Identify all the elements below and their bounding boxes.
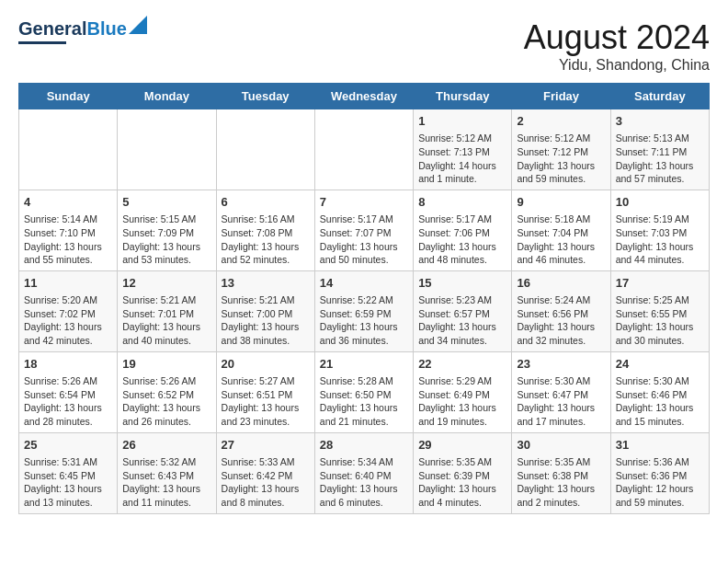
- day-info-line: and 50 minutes.: [320, 253, 408, 267]
- day-number: 28: [320, 437, 408, 454]
- day-info-line: Sunset: 7:12 PM: [517, 145, 605, 159]
- day-info-line: and 59 minutes.: [616, 496, 704, 510]
- day-info-line: Daylight: 13 hours: [24, 401, 112, 415]
- day-info-line: Daylight: 13 hours: [122, 401, 210, 415]
- day-cell-4: 4Sunrise: 5:14 AMSunset: 7:10 PMDaylight…: [19, 190, 118, 270]
- day-info-line: Daylight: 13 hours: [222, 320, 310, 334]
- day-info-line: Sunset: 6:40 PM: [320, 469, 408, 483]
- day-info-line: Daylight: 13 hours: [517, 240, 605, 254]
- day-cell-28: 28Sunrise: 5:34 AMSunset: 6:40 PMDayligh…: [314, 432, 413, 513]
- day-info-line: and 8 minutes.: [222, 496, 310, 510]
- day-info-line: Sunset: 7:09 PM: [122, 226, 210, 240]
- day-info-line: and 55 minutes.: [24, 253, 112, 267]
- week-row-1: 1Sunrise: 5:12 AMSunset: 7:13 PMDaylight…: [19, 109, 710, 190]
- day-info-line: Daylight: 13 hours: [418, 240, 506, 254]
- day-cell-7: 7Sunrise: 5:17 AMSunset: 7:07 PMDaylight…: [314, 190, 413, 270]
- day-number: 27: [222, 437, 310, 454]
- day-cell-21: 21Sunrise: 5:28 AMSunset: 6:50 PMDayligh…: [314, 351, 413, 432]
- day-cell-2: 2Sunrise: 5:12 AMSunset: 7:12 PMDaylight…: [512, 109, 610, 190]
- day-info-line: Sunrise: 5:14 AM: [24, 213, 112, 226]
- day-number: 9: [517, 194, 605, 211]
- day-info-line: and 59 minutes.: [517, 172, 605, 186]
- day-info-line: Sunset: 7:01 PM: [122, 307, 210, 321]
- day-info-line: Sunrise: 5:30 AM: [517, 374, 605, 388]
- day-info-line: Sunset: 7:00 PM: [222, 307, 310, 321]
- day-info-line: Sunrise: 5:32 AM: [122, 455, 210, 469]
- empty-cell: [216, 109, 314, 190]
- day-info-line: Sunset: 6:45 PM: [24, 469, 112, 483]
- weekday-header-wednesday: Wednesday: [314, 84, 413, 109]
- day-cell-17: 17Sunrise: 5:25 AMSunset: 6:55 PMDayligh…: [610, 270, 709, 351]
- empty-cell: [314, 109, 413, 190]
- day-info-line: Sunrise: 5:35 AM: [517, 455, 605, 469]
- day-info-line: Sunset: 6:59 PM: [320, 307, 408, 321]
- day-info-line: Sunset: 6:42 PM: [222, 469, 310, 483]
- day-info-line: Sunrise: 5:22 AM: [320, 293, 408, 307]
- day-info-line: Daylight: 13 hours: [616, 401, 704, 415]
- day-info-line: Sunset: 7:06 PM: [418, 226, 506, 240]
- title-block: August 2024 Yidu, Shandong, China: [524, 18, 710, 74]
- day-number: 30: [517, 437, 605, 454]
- day-info-line: Sunrise: 5:28 AM: [320, 374, 408, 388]
- day-number: 24: [616, 356, 704, 373]
- day-info-line: and 26 minutes.: [122, 415, 210, 429]
- day-cell-24: 24Sunrise: 5:30 AMSunset: 6:46 PMDayligh…: [610, 351, 709, 432]
- day-cell-13: 13Sunrise: 5:21 AMSunset: 7:00 PMDayligh…: [216, 270, 314, 351]
- day-info-line: and 34 minutes.: [418, 334, 506, 348]
- day-info-line: Daylight: 13 hours: [517, 482, 605, 496]
- day-number: 8: [418, 194, 506, 211]
- day-number: 16: [517, 275, 605, 292]
- day-info-line: Sunset: 7:02 PM: [24, 307, 112, 321]
- day-info-line: Sunrise: 5:36 AM: [616, 455, 704, 469]
- day-info-line: and 48 minutes.: [418, 253, 506, 267]
- day-info-line: Sunset: 6:55 PM: [616, 307, 704, 321]
- day-info-line: Daylight: 13 hours: [122, 240, 210, 254]
- logo: General Blue: [18, 18, 147, 44]
- day-number: 31: [616, 437, 704, 454]
- day-info-line: Daylight: 13 hours: [418, 320, 506, 334]
- day-info-line: Sunrise: 5:20 AM: [24, 293, 112, 307]
- day-cell-3: 3Sunrise: 5:13 AMSunset: 7:11 PMDaylight…: [610, 109, 709, 190]
- day-info-line: and 28 minutes.: [24, 415, 112, 429]
- day-info-line: Daylight: 13 hours: [122, 482, 210, 496]
- week-row-2: 4Sunrise: 5:14 AMSunset: 7:10 PMDaylight…: [19, 190, 710, 270]
- day-info-line: Sunrise: 5:31 AM: [24, 455, 112, 469]
- day-info-line: Sunrise: 5:15 AM: [122, 213, 210, 226]
- weekday-header-saturday: Saturday: [610, 84, 709, 109]
- day-info-line: Daylight: 13 hours: [320, 401, 408, 415]
- day-info-line: Sunrise: 5:23 AM: [418, 293, 506, 307]
- day-info-line: Sunrise: 5:12 AM: [418, 132, 506, 145]
- day-cell-18: 18Sunrise: 5:26 AMSunset: 6:54 PMDayligh…: [19, 351, 118, 432]
- day-number: 1: [418, 113, 506, 130]
- day-cell-9: 9Sunrise: 5:18 AMSunset: 7:04 PMDaylight…: [512, 190, 610, 270]
- day-number: 15: [418, 275, 506, 292]
- week-row-4: 18Sunrise: 5:26 AMSunset: 6:54 PMDayligh…: [19, 351, 710, 432]
- day-info-line: Sunset: 7:11 PM: [616, 145, 704, 159]
- day-info-line: and 44 minutes.: [616, 253, 704, 267]
- day-cell-10: 10Sunrise: 5:19 AMSunset: 7:03 PMDayligh…: [610, 190, 709, 270]
- day-info-line: Sunrise: 5:35 AM: [418, 455, 506, 469]
- day-info-line: and 42 minutes.: [24, 334, 112, 348]
- day-info-line: Sunrise: 5:21 AM: [122, 293, 210, 307]
- day-info-line: Sunset: 6:36 PM: [616, 469, 704, 483]
- day-info-line: Sunset: 6:43 PM: [122, 469, 210, 483]
- day-info-line: and 52 minutes.: [222, 253, 310, 267]
- day-cell-12: 12Sunrise: 5:21 AMSunset: 7:01 PMDayligh…: [118, 270, 216, 351]
- day-info-line: Sunset: 6:50 PM: [320, 388, 408, 402]
- day-cell-20: 20Sunrise: 5:27 AMSunset: 6:51 PMDayligh…: [216, 351, 314, 432]
- day-info-line: Sunset: 6:47 PM: [517, 388, 605, 402]
- day-info-line: Daylight: 13 hours: [122, 320, 210, 334]
- page-subtitle: Yidu, Shandong, China: [524, 57, 710, 74]
- day-info-line: Sunrise: 5:21 AM: [222, 293, 310, 307]
- calendar-table: SundayMondayTuesdayWednesdayThursdayFrid…: [18, 83, 710, 514]
- logo-arrow-icon: [129, 16, 147, 34]
- day-number: 13: [222, 275, 310, 292]
- week-row-3: 11Sunrise: 5:20 AMSunset: 7:02 PMDayligh…: [19, 270, 710, 351]
- day-info-line: and 2 minutes.: [517, 496, 605, 510]
- day-info-line: and 57 minutes.: [616, 172, 704, 186]
- day-info-line: Sunset: 7:03 PM: [616, 226, 704, 240]
- day-cell-22: 22Sunrise: 5:29 AMSunset: 6:49 PMDayligh…: [414, 351, 512, 432]
- day-info-line: and 13 minutes.: [24, 496, 112, 510]
- day-info-line: Sunset: 6:57 PM: [418, 307, 506, 321]
- day-info-line: and 40 minutes.: [122, 334, 210, 348]
